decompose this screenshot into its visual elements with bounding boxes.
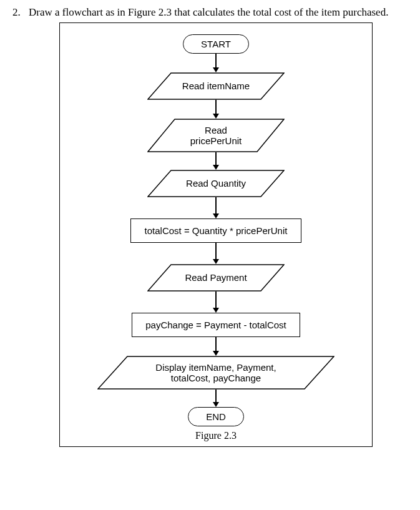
arrow-icon <box>213 152 219 170</box>
io-read-priceperunit: Read pricePerUnit <box>147 119 285 152</box>
io-label: Read Payment <box>147 264 285 292</box>
io-label: Read itemName <box>147 72 285 100</box>
process-totalcost: totalCost = Quantity * pricePerUnit <box>130 218 301 243</box>
arrow-icon <box>213 337 219 356</box>
terminator-start: START <box>183 34 249 54</box>
io-read-payment: Read Payment <box>147 264 285 292</box>
io-label-line: pricePerUnit <box>190 135 242 146</box>
io-label-line: totalCost, payChange <box>155 373 276 383</box>
flowchart-frame: START Read itemName Read pricePerUnit Re… <box>59 22 373 447</box>
question-row: 2. Draw a flowchart as in Figure 2.3 tha… <box>12 6 408 19</box>
process-paychange: payChange = Payment - totalCost <box>132 313 300 337</box>
arrow-icon <box>213 390 219 407</box>
arrow-icon <box>213 292 219 313</box>
arrow-icon <box>213 100 219 119</box>
io-label: Read Quantity <box>147 170 285 197</box>
io-read-quantity: Read Quantity <box>147 170 285 197</box>
io-label: Display itemName, Payment, totalCost, pa… <box>97 356 335 390</box>
question-number: 2. <box>12 6 22 19</box>
io-label: Read pricePerUnit <box>147 119 285 152</box>
arrow-icon <box>213 197 219 218</box>
question-text: Draw a flowchart as in Figure 2.3 that c… <box>29 6 388 19</box>
arrow-icon <box>213 54 219 72</box>
flowchart: START Read itemName Read pricePerUnit Re… <box>60 34 372 441</box>
terminator-end: END <box>188 407 244 426</box>
figure-caption: Figure 2.3 <box>195 430 237 441</box>
arrow-icon <box>213 243 219 264</box>
io-display: Display itemName, Payment, totalCost, pa… <box>97 356 335 390</box>
io-read-itemname: Read itemName <box>147 72 285 100</box>
io-label-line: Read <box>190 125 242 135</box>
io-label-line: Display itemName, Payment, <box>155 362 276 373</box>
